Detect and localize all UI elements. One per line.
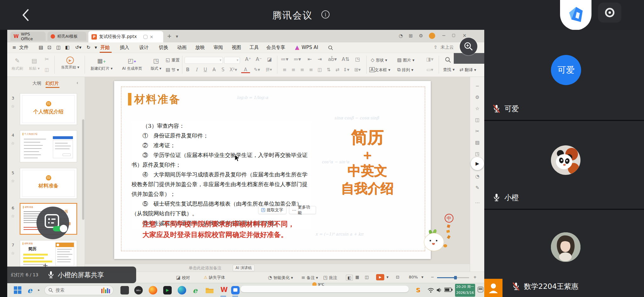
find-magnifier-icon[interactable] [445, 57, 451, 63]
tab-list-icon[interactable]: ▾ [176, 34, 178, 39]
cloud-status[interactable]: 未上云 [441, 45, 454, 50]
zoom-tool-widget[interactable] [460, 38, 477, 55]
taskbar-search[interactable]: 搜索 [44, 285, 114, 295]
align-center-icon[interactable]: ≡ [289, 67, 298, 73]
meeting-caption-widget[interactable] [36, 207, 69, 239]
favorites-icon[interactable]: ☆ [470, 106, 485, 111]
menu-file[interactable]: 文件 [19, 45, 29, 51]
apps-grid-icon[interactable]: ⊞ [409, 33, 413, 39]
hide-icon[interactable]: − [470, 83, 485, 89]
star-icon[interactable]: ☆ [11, 251, 15, 256]
comments-button[interactable]: ◳ 批注 [323, 275, 337, 281]
proofread-button[interactable]: ◪ 校对 [176, 275, 190, 281]
highlight-button[interactable]: ✎▾ [253, 67, 261, 73]
history-icon[interactable]: ◔ [470, 174, 485, 179]
play-options-icon[interactable]: ▾ [386, 275, 389, 279]
edge-icon[interactable] [178, 286, 186, 294]
tab-slides[interactable]: 幻灯片 [46, 81, 59, 86]
save-icon[interactable]: ▤ [39, 45, 43, 50]
start-button-icon[interactable] [14, 286, 22, 294]
slide-side-text[interactable]: 简历 + 中英文 自我介绍 [334, 127, 400, 197]
ie-icon[interactable]: e [27, 286, 32, 295]
redo-icon[interactable]: ↻ [86, 45, 91, 50]
layout-button[interactable]: ◳版式 ▾ [147, 56, 164, 71]
copy-icon[interactable]: ◫ [42, 67, 51, 73]
profile-badge[interactable] [484, 279, 502, 297]
vertical-align-icon[interactable]: ⇕▾ [342, 67, 351, 73]
align-right-icon[interactable]: ≡ [298, 67, 307, 73]
comment-pane-icon[interactable]: ✎ [470, 185, 485, 191]
zoom-slider[interactable] [437, 277, 469, 278]
tab-document-active[interactable]: P 复试经验分享.pptx × [88, 31, 163, 42]
menu-animation[interactable]: 动画 [177, 45, 186, 51]
info-icon[interactable]: i [321, 10, 330, 19]
columns-icon[interactable]: ◫ [315, 67, 324, 73]
normal-view-icon[interactable]: ◧ [346, 275, 353, 281]
zoom-level[interactable]: 80% [409, 275, 418, 279]
meeting-taskbar-icon[interactable] [231, 286, 240, 294]
record-button[interactable] [598, 3, 621, 23]
line-spacing-icon[interactable]: ⇅ [324, 67, 333, 73]
dell-icon[interactable]: DELL [134, 286, 143, 294]
menu-view[interactable]: 视图 [232, 45, 241, 51]
participant-tile-3[interactable]: 数学2204王紫惠 [484, 210, 644, 297]
reading-view-icon[interactable]: ◫ [365, 275, 369, 279]
bold-button[interactable]: B [183, 67, 192, 73]
maximize-icon[interactable]: ▢ [452, 33, 455, 37]
green-e-icon[interactable]: e [193, 286, 197, 294]
star-icon[interactable]: ☆ [11, 104, 15, 109]
thumbnail-slide-3[interactable]: 01 个人情况介绍 [20, 93, 77, 125]
tab-outline[interactable]: 大纲 [32, 81, 41, 86]
underline-button[interactable]: U [201, 67, 210, 73]
superscript-button[interactable]: X²▾ [227, 67, 239, 73]
section-button[interactable]: ▤ 节 ▾ [166, 67, 179, 73]
arrange-button[interactable]: ⧉ 排列 ▾ [397, 67, 414, 73]
menu-home[interactable]: 开始 [100, 45, 110, 51]
slideshow-play-button[interactable]: ▶ [376, 274, 384, 280]
paste-button[interactable]: ▤粘贴 ▾ [26, 56, 42, 71]
notes-placeholder[interactable]: 单击此处添加备注 [189, 265, 221, 271]
sogou-input-icon[interactable]: S [416, 286, 420, 294]
pinyin-button[interactable]: 拼▾ [264, 67, 273, 73]
para-spacing-icon[interactable]: ⇄ [333, 67, 342, 73]
text-wrap-icon[interactable]: ab̄▾ [328, 56, 337, 62]
menu-design[interactable]: 设计 [139, 45, 149, 51]
close-window-icon[interactable]: × [463, 33, 467, 38]
ai-script-button[interactable]: AI 演讲稿 [233, 265, 255, 271]
star-icon[interactable]: ☆ [11, 141, 15, 146]
participant-tile-1[interactable]: 可爱 可爱 [484, 30, 644, 120]
print-icon[interactable]: ◫ [56, 45, 61, 50]
menu-review[interactable]: 审阅 [214, 45, 223, 51]
strikethrough-button[interactable]: A [210, 67, 219, 73]
justify-icon[interactable]: ≡ [307, 67, 315, 73]
align-left-icon[interactable]: ≡ [280, 67, 289, 73]
thumbnail-slide-5[interactable]: 02 材料准备 [20, 168, 77, 199]
chart-pane-icon[interactable]: ◳ [470, 151, 485, 157]
player-icon[interactable]: ▶ [163, 286, 172, 294]
font-name-select[interactable]: ▾ [185, 57, 223, 64]
decrease-font-icon[interactable]: A⁻ [254, 56, 263, 62]
volume-icon[interactable] [436, 287, 442, 293]
minimize-icon[interactable]: − [442, 33, 446, 38]
app-icon-dark[interactable] [120, 286, 129, 294]
panel-expand-button[interactable]: ▶ [471, 157, 484, 170]
thumbnail-slide-7[interactable]: 材料准备 简历 [20, 240, 77, 268]
menu-transition[interactable]: 切换 [159, 45, 168, 51]
menu-tools[interactable]: 工具 [249, 45, 259, 51]
text-box-options-icon[interactable]: ⊞▾ [353, 67, 362, 73]
clip-icon[interactable]: ✂ [470, 128, 485, 134]
text-sort-icon[interactable]: A⇅ [341, 56, 350, 62]
extract-text-button[interactable]: A 提取文字 [258, 206, 286, 214]
firefox-icon[interactable] [149, 286, 157, 294]
tab-close-icon[interactable]: × [150, 34, 153, 39]
meeting-app-dock[interactable] [560, 0, 591, 30]
wifi-icon[interactable] [427, 287, 434, 293]
menu-wps-ai[interactable]: WPS AI [302, 45, 318, 50]
notes-toggle-button[interactable]: ≡ 备注 ▾ [301, 275, 318, 281]
more-functions-button[interactable]: ⋯ 更多功能 [289, 206, 316, 214]
hamburger-icon[interactable]: ≡ [12, 45, 16, 50]
slide-main[interactable]: log₂b = 1/log♭a sinα·cosβ − cosα·sinβ co… [114, 81, 431, 259]
ai-generate-page-button[interactable]: ◰✦AI 生成单页 [117, 56, 147, 71]
clear-format-icon[interactable]: ◪ [265, 56, 274, 62]
format-painter-button[interactable]: ✎格式刷 [9, 56, 25, 71]
